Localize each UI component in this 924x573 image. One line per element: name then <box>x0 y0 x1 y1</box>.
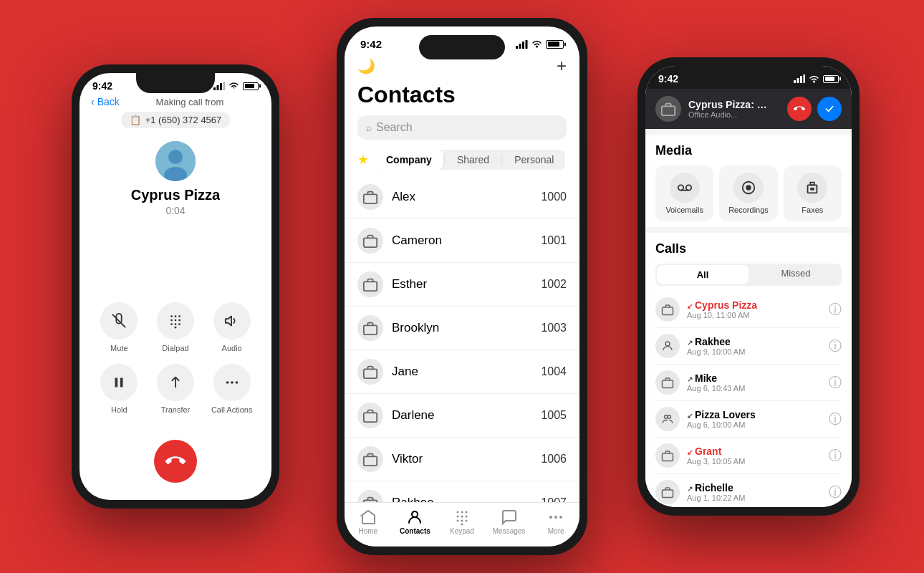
banner-accept-icon <box>824 103 835 115</box>
right-screen-content: 9:42 <box>645 66 852 507</box>
log-grant[interactable]: ↙Grant Aug 3, 10:05 AM ⓘ <box>655 438 842 474</box>
calls-tab-all[interactable]: All <box>657 265 749 284</box>
banner-avatar-icon <box>660 101 676 117</box>
svg-point-48 <box>554 516 557 519</box>
mute-action[interactable]: Mute <box>97 302 142 352</box>
log-rakhee[interactable]: ↗Rakhee Aug 9, 10:00 AM ⓘ <box>655 328 842 365</box>
svg-point-38 <box>456 511 458 514</box>
info-button-pizza[interactable]: ⓘ <box>829 410 842 428</box>
contact-area: Cyprus Pizza 0:04 <box>80 130 271 222</box>
moon-icon[interactable]: 🌙 <box>357 57 375 74</box>
svg-point-43 <box>465 516 467 518</box>
left-nav: ‹ Back Making call from <box>80 93 271 110</box>
more-actions-action[interactable]: Call Actions <box>209 364 254 414</box>
calls-tab-missed[interactable]: Missed <box>750 264 842 286</box>
contact-esther[interactable]: Esther 1002 <box>345 263 579 307</box>
battery-icon <box>243 82 259 90</box>
back-button[interactable]: ‹ Back <box>91 96 120 107</box>
svg-point-17 <box>175 327 177 329</box>
arrow-grant: ↙ <box>687 448 693 456</box>
hold-icon <box>111 375 127 390</box>
contact-cameron[interactable]: Cameron 1001 <box>345 219 579 263</box>
audio-label: Audio <box>222 344 242 352</box>
log-avatar-grant <box>655 443 680 468</box>
contact-viktor[interactable]: Viktor 1006 <box>345 438 579 481</box>
wifi-icon <box>228 82 239 90</box>
tab-company[interactable]: Company <box>375 150 443 170</box>
svg-point-5 <box>168 150 183 164</box>
hold-label: Hold <box>111 405 127 414</box>
log-avatar-rakhee <box>655 334 680 358</box>
contacts-title: Contacts <box>345 79 579 111</box>
chevron-left-icon: ‹ <box>91 96 95 107</box>
svg-rect-1 <box>217 85 219 90</box>
contact-rakhee[interactable]: Rakhee 1007 <box>345 481 579 502</box>
svg-rect-2 <box>220 83 222 90</box>
voicemails-item[interactable]: Voicemails <box>655 165 713 221</box>
end-call-icon <box>165 451 186 471</box>
banner-end-button[interactable] <box>787 97 812 121</box>
log-info-cyprus: ↙Cyprus Pizza Aug 10, 11:00 AM <box>687 299 822 319</box>
mute-icon <box>111 313 127 329</box>
favorites-star[interactable]: ★ <box>357 152 369 168</box>
search-input[interactable]: Search <box>376 121 413 134</box>
faxes-icon-circle <box>797 173 827 203</box>
center-screen-content: 9:42 <box>345 27 579 546</box>
log-cyprus-pizza[interactable]: ↙Cyprus Pizza Aug 10, 11:00 AM ⓘ <box>655 292 842 328</box>
right-wifi-icon <box>809 75 819 83</box>
log-mike[interactable]: ↗Mike Aug 6, 10:43 AM ⓘ <box>655 365 842 401</box>
tab-shared[interactable]: Shared <box>446 150 501 170</box>
hold-action[interactable]: Hold <box>97 364 142 414</box>
info-button-richelle[interactable]: ⓘ <box>829 483 842 501</box>
center-tab-messages[interactable]: Messages <box>486 509 533 535</box>
banner-accept-button[interactable] <box>817 97 842 121</box>
info-button-grant[interactable]: ⓘ <box>829 447 842 464</box>
info-button-mike[interactable]: ⓘ <box>829 374 842 391</box>
svg-point-22 <box>231 381 234 384</box>
contact-brooklyn[interactable]: Brooklyn 1003 <box>345 307 579 350</box>
log-pizza-lovers[interactable]: ↙Pizza Lovers Aug 6, 10:00 AM ⓘ <box>655 401 842 438</box>
dialpad-action[interactable]: Dialpad <box>153 302 198 352</box>
center-tab-contacts-label: Contacts <box>400 527 430 535</box>
add-contact-button[interactable]: + <box>557 56 567 76</box>
end-call-button[interactable] <box>154 440 197 483</box>
faxes-item[interactable]: Faxes <box>784 165 842 221</box>
tab-personal[interactable]: Personal <box>503 150 565 170</box>
center-tab-contacts[interactable]: Contacts <box>392 509 439 535</box>
log-info-grant: ↙Grant Aug 3, 10:05 AM <box>687 446 822 466</box>
svg-rect-51 <box>794 80 796 83</box>
svg-point-23 <box>235 381 238 384</box>
phone-number-badge: 📋 +1 (650) 372 4567 <box>121 112 231 128</box>
media-title: Media <box>655 143 842 158</box>
svg-point-69 <box>668 415 671 419</box>
contact-avatar-alex <box>357 184 383 210</box>
recordings-item[interactable]: Recordings <box>719 165 777 221</box>
svg-point-66 <box>665 342 670 346</box>
info-button-rakhee[interactable]: ⓘ <box>829 337 842 355</box>
svg-marker-18 <box>225 317 231 326</box>
contact-alex[interactable]: Alex 1000 <box>345 175 579 219</box>
arrow-cyprus: ↙ <box>687 302 693 310</box>
left-screen: 9:42 <box>80 73 271 500</box>
contact-darlene[interactable]: Darlene 1005 <box>345 394 579 438</box>
audio-action[interactable]: Audio <box>209 302 254 352</box>
center-tab-home[interactable]: Home <box>345 509 392 535</box>
svg-rect-63 <box>811 183 815 186</box>
phone-center: 9:42 <box>337 18 587 555</box>
transfer-action[interactable]: Transfer <box>153 364 198 414</box>
voicemails-label: Voicemails <box>665 206 703 214</box>
media-icons: Voicemails Recordings <box>655 165 842 221</box>
center-tab-more[interactable]: More <box>532 509 579 535</box>
info-button-cyprus[interactable]: ⓘ <box>829 301 842 318</box>
search-bar[interactable]: ⌕ Search <box>357 115 567 140</box>
contact-ext-esther: 1002 <box>541 278 567 291</box>
messages-icon <box>501 509 518 526</box>
center-tab-keypad[interactable]: Keypad <box>438 509 486 535</box>
arrow-richelle: ↗ <box>687 485 693 493</box>
log-richelle[interactable]: ↗Richelle Aug 1, 10:22 AM ⓘ <box>655 474 842 507</box>
contact-jane[interactable]: Jane 1004 <box>345 350 579 394</box>
svg-point-8 <box>170 315 173 317</box>
briefcase-log-icon-4 <box>661 486 674 499</box>
call-actions-grid: Mute <box>80 288 271 428</box>
filter-tabs: ★ Company | Shared | Personal <box>345 144 579 175</box>
